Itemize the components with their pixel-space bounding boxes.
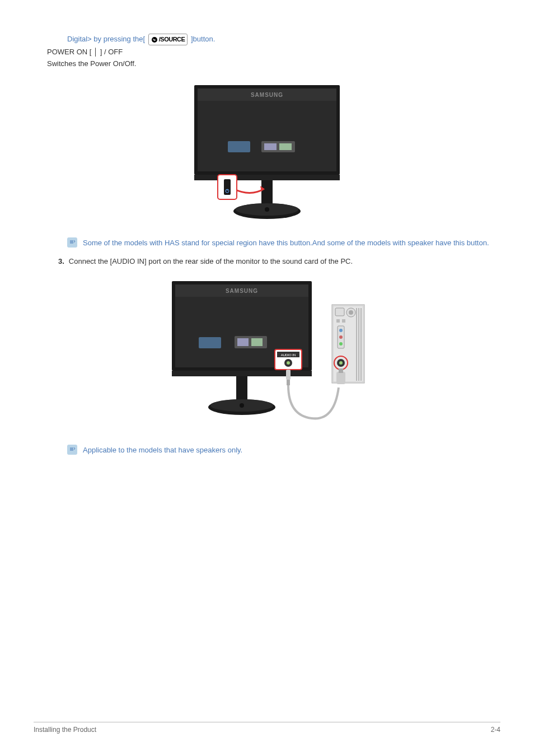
footer-page-number: 2-4 bbox=[491, 726, 500, 734]
enter-arrow-icon bbox=[151, 36, 158, 43]
svg-point-46 bbox=[339, 335, 343, 339]
svg-rect-29 bbox=[172, 371, 312, 376]
fragment-prefix: Digital> by pressing the[ bbox=[67, 35, 145, 43]
svg-point-45 bbox=[339, 329, 343, 332]
note-has-stand: Some of the models with HAS stand for sp… bbox=[67, 237, 500, 249]
figure2-logo: SAMSUNG bbox=[226, 288, 258, 294]
svg-rect-24 bbox=[251, 338, 263, 346]
svg-rect-43 bbox=[342, 319, 345, 323]
note-speakers-only: Applicable to the models that have speak… bbox=[67, 445, 500, 456]
step-3: 3. Connect the [AUDIO IN] port on the re… bbox=[58, 257, 500, 265]
svg-point-33 bbox=[240, 403, 244, 408]
svg-point-12 bbox=[265, 207, 269, 212]
power-switch-line: Switches the Power On/Off. bbox=[47, 58, 500, 69]
svg-point-28 bbox=[287, 361, 290, 365]
svg-rect-4 bbox=[228, 141, 250, 152]
svg-rect-8 bbox=[194, 175, 340, 180]
svg-rect-53 bbox=[336, 372, 345, 384]
svg-point-50 bbox=[339, 361, 343, 365]
step-3-text: Connect the [AUDIO IN] port on the rear … bbox=[69, 257, 353, 265]
fragment-suffix: ]button. bbox=[191, 35, 215, 43]
svg-rect-6 bbox=[264, 143, 277, 150]
note-icon bbox=[67, 445, 77, 455]
svg-rect-9 bbox=[261, 180, 273, 206]
note-has-stand-text: Some of the models with HAS stand for sp… bbox=[83, 237, 500, 249]
svg-rect-51 bbox=[286, 370, 291, 380]
note-icon bbox=[67, 237, 77, 248]
svg-rect-42 bbox=[336, 319, 340, 323]
svg-point-47 bbox=[339, 342, 343, 346]
power-on-off-line: POWER ON [ │ ] / OFF bbox=[47, 46, 500, 58]
svg-rect-39 bbox=[335, 308, 344, 316]
svg-rect-54 bbox=[339, 368, 343, 373]
page-footer: Installing the Product 2-4 bbox=[34, 722, 500, 734]
svg-rect-21 bbox=[199, 337, 221, 348]
svg-rect-34 bbox=[332, 305, 364, 383]
footer-section: Installing the Product bbox=[34, 726, 96, 734]
monitor-power-svg: SAMSUNG bbox=[183, 80, 351, 225]
svg-rect-30 bbox=[236, 376, 247, 402]
svg-rect-2 bbox=[198, 88, 336, 171]
svg-rect-23 bbox=[237, 338, 249, 346]
figure-logo: SAMSUNG bbox=[251, 92, 283, 98]
digital-fragment-line: Digital> by pressing the[ /SOURCE ]butto… bbox=[67, 34, 500, 45]
enter-source-icon: /SOURCE bbox=[148, 34, 188, 45]
svg-point-41 bbox=[349, 310, 353, 315]
audio-in-label: AUDIO IN bbox=[281, 353, 296, 357]
step-3-number: 3. bbox=[58, 257, 64, 265]
svg-rect-52 bbox=[287, 380, 290, 385]
figure-power-button: SAMSUNG bbox=[34, 80, 500, 225]
figure-audio-in: SAMSUNG AUDIO IN bbox=[34, 276, 500, 432]
monitor-audio-svg: SAMSUNG AUDIO IN bbox=[166, 276, 368, 432]
svg-rect-7 bbox=[279, 143, 292, 150]
note-speakers-text: Applicable to the models that have speak… bbox=[83, 445, 500, 456]
